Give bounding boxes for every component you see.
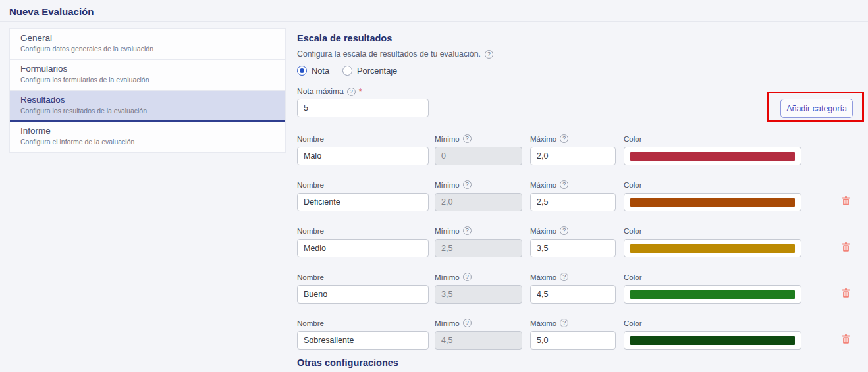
sidebar-item-formularios[interactable]: Formularios Configura los formularios de…	[10, 60, 285, 91]
max-label-text: Máximo	[530, 319, 556, 327]
sidebar-item-label: General	[20, 33, 275, 43]
category-max-input[interactable]	[530, 193, 616, 211]
category-name-input[interactable]	[297, 147, 429, 165]
max-label-text: Máximo	[530, 135, 556, 143]
color-picker-box[interactable]	[624, 285, 801, 304]
max-field-label: Máximo ?	[530, 319, 616, 327]
sidebar-item-description: Configura los formularios de la evaluaci…	[20, 76, 275, 84]
delete-category-button[interactable]	[841, 288, 850, 298]
color-swatch-bar	[630, 336, 795, 345]
category-max-column: Máximo ?	[530, 224, 616, 257]
max-field-label: Máximo ?	[530, 273, 616, 281]
min-label-text: Mínimo	[435, 227, 460, 235]
category-max-input[interactable]	[530, 331, 616, 350]
color-picker-box[interactable]	[624, 147, 801, 165]
color-label-text: Color	[624, 135, 641, 143]
trash-icon	[842, 196, 850, 205]
delete-category-button[interactable]	[841, 196, 850, 205]
radio-option-nota[interactable]: Nota	[297, 66, 329, 76]
category-name-input[interactable]	[297, 239, 429, 257]
sidebar-item-description: Configura el informe de la evaluación	[20, 138, 275, 146]
category-max-column: Máximo ?	[530, 132, 616, 165]
color-picker-box[interactable]	[624, 239, 801, 257]
trash-icon	[842, 334, 850, 344]
color-field-label: Color	[624, 273, 801, 281]
category-max-column: Máximo ?	[530, 270, 616, 304]
category-name-column: Nombre	[297, 224, 429, 257]
help-icon[interactable]: ?	[485, 50, 493, 59]
section-title: Escala de resultados	[297, 33, 392, 43]
color-label-text: Color	[624, 319, 641, 327]
help-icon[interactable]: ?	[347, 88, 356, 96]
radio-icon[interactable]	[342, 66, 352, 76]
main-content: Escala de resultados Configura la escala…	[297, 0, 868, 372]
category-max-input[interactable]	[530, 285, 616, 304]
max-field-label: Máximo ?	[530, 134, 616, 143]
help-icon[interactable]: ?	[560, 134, 568, 143]
color-swatch-bar	[630, 198, 795, 207]
category-name-column: Nombre	[297, 132, 429, 165]
min-label-text: Mínimo	[435, 273, 460, 281]
name-field-label: Nombre	[297, 319, 429, 327]
help-icon[interactable]: ?	[463, 319, 472, 327]
category-min-input	[435, 331, 522, 350]
min-label-text: Mínimo	[435, 319, 460, 327]
sidebar-item-informe[interactable]: Informe Configura el informe de la evalu…	[10, 122, 285, 153]
help-icon[interactable]: ?	[560, 180, 568, 189]
help-icon[interactable]: ?	[463, 273, 472, 281]
sidebar-item-general[interactable]: General Configura datos generales de la …	[10, 29, 285, 60]
help-icon[interactable]: ?	[463, 180, 472, 189]
help-icon[interactable]: ?	[560, 319, 568, 327]
category-name-input[interactable]	[297, 193, 429, 211]
name-field-label: Nombre	[297, 134, 429, 143]
color-label-text: Color	[624, 181, 641, 189]
color-picker-box[interactable]	[624, 331, 801, 350]
radio-option-porcentaje[interactable]: Porcentaje	[342, 66, 397, 76]
name-field-label: Nombre	[297, 226, 429, 235]
category-min-input	[435, 239, 522, 257]
max-grade-label: Nota máxima ? *	[297, 87, 362, 96]
category-max-input[interactable]	[530, 147, 616, 165]
category-rows: Nombre Mínimo ? Máximo ? Color	[297, 132, 868, 362]
max-field-label: Máximo ?	[530, 226, 616, 235]
other-section-title: Otras configuraciones	[297, 358, 398, 368]
category-min-input	[435, 147, 522, 165]
category-color-column: Color	[624, 132, 801, 165]
min-field-label: Mínimo ?	[435, 180, 522, 189]
max-field-label: Máximo ?	[530, 180, 616, 189]
category-name-input[interactable]	[297, 331, 429, 350]
name-label-text: Nombre	[297, 135, 324, 143]
add-category-button[interactable]: Añadir categoría	[780, 99, 853, 118]
max-label-text: Máximo	[530, 227, 556, 235]
color-field-label: Color	[624, 134, 801, 143]
delete-category-button[interactable]	[841, 334, 850, 344]
page-title: Nueva Evaluación	[9, 6, 94, 17]
category-row: Nombre Mínimo ? Máximo ? Color	[297, 178, 868, 224]
category-min-column: Mínimo ?	[435, 224, 522, 257]
max-grade-input[interactable]	[297, 99, 429, 117]
category-max-input[interactable]	[530, 239, 616, 257]
section-subtitle-text: Configura la escala de resultados de tu …	[297, 49, 481, 59]
color-label-text: Color	[624, 227, 641, 235]
category-name-input[interactable]	[297, 285, 429, 304]
help-icon[interactable]: ?	[463, 134, 472, 143]
help-icon[interactable]: ?	[463, 226, 472, 235]
color-field-label: Color	[624, 319, 801, 327]
delete-category-button[interactable]	[841, 242, 850, 252]
category-max-column: Máximo ?	[530, 178, 616, 211]
color-picker-box[interactable]	[624, 193, 801, 211]
color-swatch-bar	[630, 152, 795, 161]
category-color-column: Color	[624, 178, 801, 211]
color-field-label: Color	[624, 180, 801, 189]
sidebar-item-resultados[interactable]: Resultados Configura los resultados de l…	[10, 91, 285, 122]
help-icon[interactable]: ?	[560, 226, 568, 235]
category-name-column: Nombre	[297, 178, 429, 211]
radio-icon[interactable]	[297, 66, 307, 76]
help-icon[interactable]: ?	[560, 273, 568, 281]
category-min-input	[435, 285, 522, 304]
sidebar-item-label: Resultados	[20, 95, 275, 105]
name-field-label: Nombre	[297, 273, 429, 281]
scale-type-radio-group: Nota Porcentaje	[297, 66, 397, 76]
category-name-column: Nombre	[297, 316, 429, 350]
category-color-column: Color	[624, 270, 801, 304]
